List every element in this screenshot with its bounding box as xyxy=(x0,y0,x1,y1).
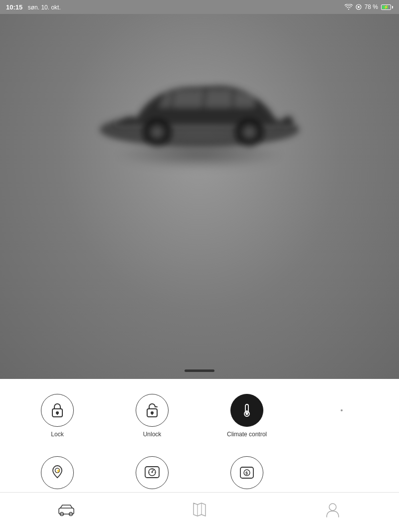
location-icon xyxy=(356,4,362,10)
lock-button[interactable]: Lock xyxy=(10,389,105,444)
status-time-date: 10:15 søn. 10. okt. xyxy=(6,2,61,11)
climate-button[interactable]: Climate control xyxy=(200,389,294,444)
svg-marker-34 xyxy=(194,503,205,516)
cost-icon: $ xyxy=(239,465,254,480)
svg-text:⚡: ⚡ xyxy=(56,468,61,473)
svg-line-24 xyxy=(152,470,154,472)
svg-point-1 xyxy=(358,6,360,8)
unlock-icon xyxy=(145,402,159,418)
battery-percent: 78 % xyxy=(365,3,378,10)
nav-map[interactable] xyxy=(133,493,266,527)
lock-label: Lock xyxy=(51,431,63,439)
nav-car[interactable] xyxy=(0,493,133,527)
wifi-icon xyxy=(345,4,353,10)
thermometer-icon xyxy=(240,402,254,418)
car-image-area xyxy=(0,0,399,379)
mileage-circle xyxy=(136,456,169,489)
action-row-1: Lock Unlock xyxy=(0,379,399,449)
placeholder-item xyxy=(294,389,389,444)
unlock-circle xyxy=(136,394,169,427)
drag-handle[interactable] xyxy=(185,369,214,372)
lock-icon xyxy=(50,402,64,418)
svg-point-8 xyxy=(245,128,253,136)
svg-text:$: $ xyxy=(245,471,248,476)
map-nav-icon xyxy=(193,502,206,518)
bottom-nav xyxy=(0,492,399,532)
mileage-icon xyxy=(144,466,160,480)
status-time: 10:15 xyxy=(6,3,22,11)
status-icons: 78 % ⚡ xyxy=(345,3,393,10)
car-shadow xyxy=(115,140,284,170)
svg-point-5 xyxy=(153,128,161,136)
unlock-button[interactable]: Unlock xyxy=(105,389,200,444)
svg-rect-31 xyxy=(59,508,74,514)
cost-circle: $ xyxy=(230,456,263,489)
svg-point-37 xyxy=(329,504,336,511)
status-date: søn. 10. okt. xyxy=(28,4,61,11)
lock-circle xyxy=(41,394,74,427)
placeholder-dot xyxy=(341,409,343,411)
status-bar: 10:15 søn. 10. okt. 78 % ⚡ xyxy=(0,0,399,14)
charging-circle: ⚡ xyxy=(41,456,74,489)
climate-circle xyxy=(230,394,263,427)
unlock-label: Unlock xyxy=(143,431,162,439)
climate-label: Climate control xyxy=(227,431,267,439)
profile-nav-icon xyxy=(326,502,340,518)
battery-icon: ⚡ xyxy=(381,4,393,10)
charging-pin-icon: ⚡ xyxy=(50,465,65,481)
car-nav-icon xyxy=(57,504,75,516)
nav-profile[interactable] xyxy=(266,493,399,527)
bottom-panel: Lock Unlock xyxy=(0,379,399,532)
